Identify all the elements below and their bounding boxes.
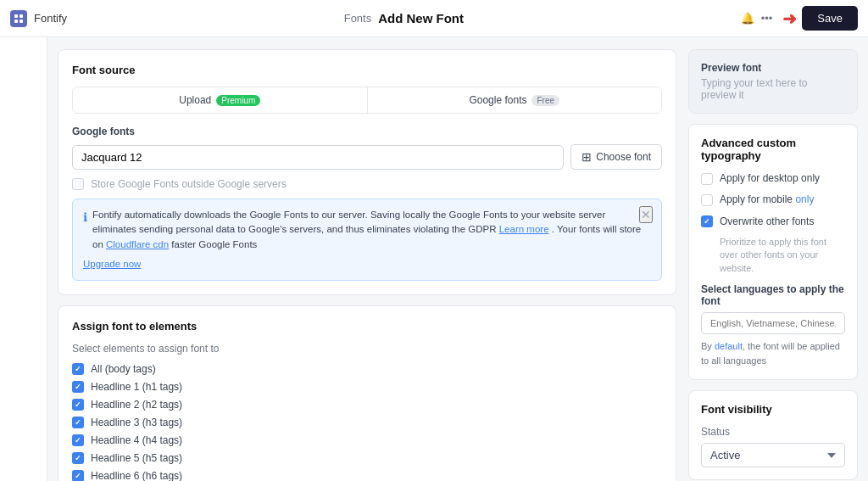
preview-card: Preview font Typing your text here to pr… (688, 49, 858, 114)
list-item: Headline 5 (h5 tags) (72, 452, 662, 464)
topbar-icons: 🔔 ••• (741, 12, 773, 25)
google-fonts-label: Google fonts (72, 126, 662, 137)
languages-input[interactable] (701, 312, 845, 334)
overwrite-option: Overwrite other fonts Prioritize to appl… (701, 215, 845, 275)
upgrade-link[interactable]: Upgrade now (83, 257, 651, 271)
preview-label: Preview font (701, 62, 845, 74)
tab-google[interactable]: Google fonts Free (368, 87, 662, 113)
font-source-card: Font source Upload Premium Google fonts … (58, 49, 676, 295)
tab-upload[interactable]: Upload Premium (73, 87, 367, 113)
info-icon: ℹ (83, 209, 87, 227)
font-input-row: ⊞ Choose font (72, 144, 662, 170)
svg-rect-2 (14, 20, 18, 23)
font-source-tabs: Upload Premium Google fonts Free (72, 87, 662, 114)
right-panel: Preview font Typing your text here to pr… (688, 49, 858, 469)
content: Font source Upload Premium Google fonts … (47, 37, 868, 481)
checkbox-h2[interactable] (72, 399, 84, 411)
info-box-header: ℹ Fontify automatically downloads the Go… (83, 208, 651, 252)
assign-font-card: Assign font to elements Select elements … (58, 305, 676, 481)
desktop-checkbox[interactable] (701, 173, 713, 185)
list-item: Headline 1 (h1 tags) (72, 381, 662, 393)
main: Font source Upload Premium Google fonts … (0, 37, 868, 481)
sidebar (0, 37, 47, 481)
svg-rect-3 (19, 20, 23, 23)
overwrite-label: Overwrite other fonts (720, 215, 814, 227)
status-label: Status (701, 426, 845, 438)
checkbox-h1[interactable] (72, 381, 84, 393)
bell-icon[interactable]: 🔔 (741, 12, 754, 25)
list-item: Headline 4 (h4 tags) (72, 434, 662, 446)
topbar: Fontify Fonts Add New Font 🔔 ••• ➜ Save (0, 0, 868, 37)
topbar-right: 🔔 ••• ➜ Save (741, 6, 858, 31)
font-name-input[interactable] (72, 145, 564, 170)
adv-title: Advanced custom typography (701, 137, 845, 162)
choose-font-button[interactable]: ⊞ Choose font (570, 144, 662, 170)
page-title: Add New Font (378, 11, 464, 25)
preview-placeholder[interactable]: Typing your text here to preview it (701, 77, 845, 101)
store-option: Store Google Fonts outside Google server… (72, 178, 662, 190)
font-icon: ⊞ (581, 150, 592, 164)
list-item: Headline 2 (h2 tags) (72, 399, 662, 411)
assign-font-title: Assign font to elements (72, 320, 662, 333)
lang-note: By default, the font will be applied to … (701, 339, 845, 367)
overwrite-sub: Prioritize to apply this font over other… (720, 236, 845, 275)
font-visibility-card: Font visibility Status Active Inactive (688, 390, 858, 480)
overwrite-checkbox[interactable] (701, 215, 713, 227)
assign-subtitle: Select elements to assign font to (72, 343, 662, 355)
checkbox-h3[interactable] (72, 417, 84, 428)
cloudflare-link[interactable]: Cloudflare cdn (106, 239, 169, 249)
learn-more-link[interactable]: Learn more (499, 224, 549, 234)
element-checkbox-list: All (body tags) Headline 1 (h1 tags) Hea… (72, 363, 662, 481)
store-checkbox[interactable] (72, 178, 84, 190)
mobile-checkbox[interactable] (701, 194, 713, 206)
list-item: Headline 6 (h6 tags) (72, 470, 662, 481)
more-icon[interactable]: ••• (761, 12, 773, 25)
svg-rect-0 (14, 14, 18, 18)
svg-rect-1 (19, 14, 23, 18)
list-item: Headline 3 (h3 tags) (72, 417, 662, 428)
mobile-label: Apply for mobile only (720, 193, 814, 205)
arrow-indicator: ➜ (782, 8, 797, 29)
save-button[interactable]: Save (802, 6, 858, 31)
upload-label: Upload (179, 94, 211, 106)
languages-label: Select languages to apply the font (701, 283, 845, 307)
checkbox-h5[interactable] (72, 452, 84, 464)
font-source-title: Font source (72, 64, 662, 76)
checkbox-h4[interactable] (72, 434, 84, 446)
google-label: Google fonts (469, 94, 526, 106)
left-panel: Font source Upload Premium Google fonts … (58, 49, 676, 469)
advanced-typography-card: Advanced custom typography Apply for des… (688, 124, 858, 380)
visibility-title: Font visibility (701, 403, 845, 416)
mobile-option: Apply for mobile only (701, 193, 845, 206)
topbar-left: Fontify (10, 10, 67, 27)
info-text: Fontify automatically downloads the Goog… (92, 208, 651, 252)
status-select[interactable]: Active Inactive (701, 443, 845, 467)
checkbox-h6[interactable] (72, 470, 84, 481)
list-item: All (body tags) (72, 363, 662, 375)
info-box: ✕ ℹ Fontify automatically downloads the … (72, 199, 662, 281)
app-icon (10, 10, 27, 27)
save-btn-wrapper: ➜ Save (782, 6, 858, 31)
desktop-label: Apply for desktop only (720, 172, 820, 184)
breadcrumb-fonts[interactable]: Fonts (344, 12, 372, 25)
topbar-center: Fonts Add New Font (344, 11, 464, 25)
app-name: Fontify (34, 12, 67, 25)
info-close-button[interactable]: ✕ (639, 206, 653, 223)
desktop-option: Apply for desktop only (701, 172, 845, 185)
free-badge: Free (531, 95, 559, 106)
premium-badge: Premium (216, 95, 260, 106)
checkbox-all[interactable] (72, 363, 84, 375)
store-label: Store Google Fonts outside Google server… (91, 178, 287, 190)
